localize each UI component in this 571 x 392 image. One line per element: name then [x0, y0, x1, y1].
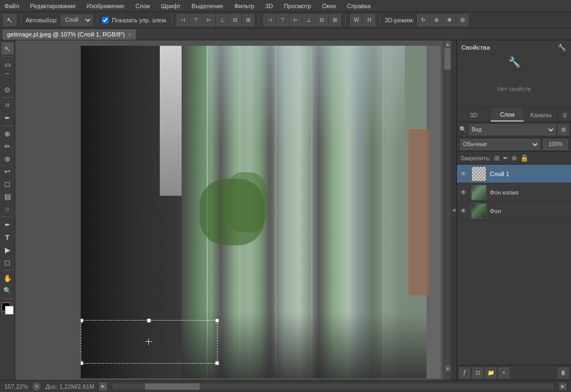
pen-tool[interactable]: ✒ — [2, 219, 14, 231]
quick-select-tool[interactable]: ⊙ — [2, 83, 14, 95]
size-w-btn[interactable]: W — [350, 14, 362, 26]
3d-rotate-btn[interactable]: ↻ — [417, 14, 429, 26]
zoom-tool[interactable]: 🔍 — [2, 285, 14, 297]
3d-slide-btn[interactable]: ⊞ — [456, 14, 468, 26]
rect-marquee-tool[interactable]: ▭ — [2, 58, 14, 70]
zoom-indicator-btn[interactable]: ⊕ — [32, 382, 41, 391]
dodge-tool[interactable]: ○ — [2, 203, 14, 215]
layers-view-select[interactable]: Вид — [469, 124, 556, 135]
layers-panel-menu-btn[interactable]: ☰ — [558, 108, 571, 122]
dist-middle-btn[interactable]: ⊟ — [316, 14, 328, 26]
crop-tool[interactable]: ⌗ — [2, 99, 14, 111]
tab-close-btn[interactable]: × — [128, 32, 131, 38]
layer-eye-1[interactable]: 👁 — [459, 170, 468, 178]
canvas-area[interactable]: ▲ ▼ — [15, 40, 451, 380]
menu-item-3d[interactable]: 3D — [263, 2, 275, 10]
panel-collapse-handle[interactable]: ◀ — [451, 40, 456, 380]
background-color[interactable] — [5, 306, 14, 315]
menu-item-file[interactable]: Файл — [2, 2, 21, 10]
history-brush-tool[interactable]: ↩ — [2, 165, 14, 177]
align-top-btn[interactable]: ⊥ — [216, 14, 228, 26]
shape-tool[interactable]: ◻ — [2, 256, 14, 268]
toolbar-divider-5 — [345, 15, 346, 26]
show-controls-checkbox[interactable] — [102, 17, 109, 23]
path-select-tool[interactable]: ▶ — [2, 244, 14, 256]
hand-tool[interactable]: ✋ — [2, 272, 14, 284]
menu-item-font[interactable]: Шрифт — [159, 2, 183, 10]
eraser-tool[interactable]: ◻ — [2, 178, 14, 190]
menu-item-image[interactable]: Изображение — [85, 2, 127, 10]
tab-channels[interactable]: Каналы — [524, 108, 558, 122]
auto-select-dropdown[interactable]: Слой Группа — [61, 15, 93, 26]
move-tool-btn[interactable]: ↖ — [3, 14, 16, 26]
create-layer-btn[interactable]: + — [498, 367, 509, 378]
properties-wrench-icon[interactable]: 🔧 — [557, 43, 567, 52]
v-scroll-thumb[interactable] — [444, 48, 451, 70]
menu-item-edit[interactable]: Редактирование — [28, 2, 78, 10]
dist-right-btn[interactable]: ⊢ — [290, 14, 302, 26]
eyedropper-tool[interactable]: ✒ — [2, 112, 14, 124]
dist-top-btn[interactable]: ⊥ — [303, 14, 315, 26]
transform-controls: ⊣ ⊤ ⊢ ⊥ ⊟ ⊞ — [177, 14, 254, 26]
toolbar-divider-1 — [21, 15, 21, 26]
menu-item-select[interactable]: Выделение — [189, 2, 225, 10]
add-layer-mask-btn[interactable]: ⊡ — [472, 367, 483, 378]
size-h-btn[interactable]: H — [363, 14, 375, 26]
document-tab[interactable]: getimage.pl.jpeg @ 107% (Слой 1, RGB/8*)… — [2, 29, 136, 40]
canvas-image — [81, 46, 441, 378]
create-new-fill-btn[interactable]: ⊞ — [558, 124, 569, 135]
main-area: ↖ ▭ ⌒ ⊙ ⌗ ✒ ⊕ ✏ ⊛ ↩ ◻ ▤ ○ ✒ T ▶ ◻ ✋ 🔍 — [0, 40, 571, 380]
clone-tool[interactable]: ⊛ — [2, 153, 14, 165]
align-middle-btn[interactable]: ⊟ — [229, 14, 241, 26]
move-tool[interactable]: ↖ — [2, 43, 14, 55]
dist-bottom-btn[interactable]: ⊞ — [329, 14, 341, 26]
3d-orbit-btn[interactable]: ⊕ — [430, 14, 442, 26]
align-bottom-btn[interactable]: ⊞ — [242, 14, 254, 26]
brush-tool[interactable]: ✏ — [2, 140, 14, 152]
h-scroll-thumb[interactable] — [145, 383, 200, 390]
add-fill-adjustment-btn[interactable]: ƒ — [459, 367, 470, 378]
type-tool[interactable]: T — [2, 231, 14, 243]
tab-3d[interactable]: 3D — [457, 108, 491, 122]
dist-center-btn[interactable]: ⊤ — [277, 14, 288, 26]
layer-thumb-2 — [471, 185, 486, 200]
layer-item-2[interactable]: 👁 Фон копия — [457, 183, 571, 202]
layer-item-3[interactable]: 👁 Фон — [457, 202, 571, 220]
menu-item-filter[interactable]: Фильтр — [232, 2, 256, 10]
create-group-btn[interactable]: 📁 — [485, 367, 496, 378]
menu-item-view[interactable]: Просмотр — [281, 2, 313, 10]
lock-pixels-icon[interactable]: ⊞ — [494, 154, 500, 162]
tab-layers[interactable]: Слои — [491, 108, 525, 122]
opacity-input[interactable] — [543, 139, 568, 150]
v-scrollbar[interactable]: ▲ ▼ — [443, 40, 451, 372]
align-center-btn[interactable]: ⊤ — [190, 14, 202, 26]
doc-info-label: Дос: 1,22М/2.81М — [45, 383, 94, 390]
layer-item-1[interactable]: 👁 Слой 1 — [457, 165, 571, 183]
3d-pan-btn[interactable]: ✥ — [443, 14, 455, 26]
blend-mode-select[interactable]: Обычные — [460, 139, 540, 150]
dist-left-btn[interactable]: ⊣ — [263, 14, 275, 26]
tool-divider-3 — [2, 125, 13, 126]
lasso-tool[interactable]: ⌒ — [2, 71, 14, 83]
layer-eye-3[interactable]: 👁 — [459, 207, 468, 215]
menu-item-help[interactable]: Справка — [345, 2, 372, 10]
color-swatch[interactable] — [2, 303, 14, 315]
tool-divider-5 — [2, 270, 13, 270]
align-left-btn[interactable]: ⊣ — [177, 14, 189, 26]
lock-position-icon[interactable]: ✒ — [503, 154, 508, 162]
toolbar-divider-3 — [172, 15, 172, 26]
v-scroll-down-btn[interactable]: ▼ — [444, 365, 451, 372]
lock-all-icon[interactable]: ⊕ — [512, 154, 517, 162]
menu-item-window[interactable]: Окно — [320, 2, 339, 10]
h-scroll-right-btn[interactable]: ▶ — [559, 383, 567, 390]
delete-layer-btn[interactable]: 🗑 — [558, 367, 569, 378]
h-scrollbar[interactable] — [112, 383, 555, 390]
gradient-tool[interactable]: ▤ — [2, 190, 14, 202]
spot-heal-tool[interactable]: ⊕ — [2, 128, 14, 140]
v-scroll-up-btn[interactable]: ▲ — [444, 40, 451, 48]
doc-info-arrow-btn[interactable]: ▶ — [99, 382, 107, 391]
layer-eye-2[interactable]: 👁 — [459, 188, 468, 197]
align-right-btn[interactable]: ⊢ — [203, 14, 215, 26]
menu-item-layers[interactable]: Слои — [133, 2, 152, 10]
lock-artboard-icon[interactable]: 🔒 — [520, 154, 528, 162]
